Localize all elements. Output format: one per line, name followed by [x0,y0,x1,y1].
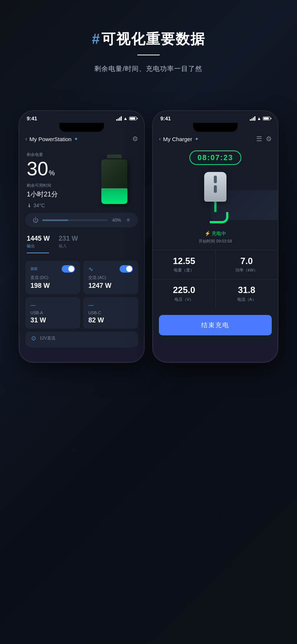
power-section: 1445 W 输出 231 W 输入 [19,229,144,261]
ac-outlet-card: ∿ 交流 (AC) 1247 W [83,261,138,294]
right-battery-status-icon [263,117,270,120]
battery-label: 剩余电量 [27,152,92,157]
battery-3d-body [101,159,127,204]
left-nav-right: ⚙ [132,135,138,143]
wifi-icon: ▲ [123,116,128,121]
left-back-button[interactable]: ‹ [25,136,27,142]
voltage-cell: 225.0 电压（V） [153,279,215,308]
bulb-icon: ☀ [125,217,131,224]
left-phone-screen: 9:41 ▲ [19,111,144,348]
bottom-spacer [0,393,297,467]
output-tab[interactable]: 1445 W 输出 [27,235,50,249]
power-off-icon: ⏻ [33,217,39,224]
cable-straight [214,201,216,212]
outlets-grid: ≡≡ 直流 (DC) 198 W ∿ [19,261,144,332]
charging-sublabel: 开始时间 09:03:58 [153,238,278,244]
battery-info: 剩余电量 30 % 剩余可用时间 1小时21分 🌡 34°C [27,152,92,208]
power-label: 功率（kW） [223,267,271,273]
dc-name: 直流 (DC) [30,275,75,280]
right-nav-right: ☰ ⚙ [256,135,272,143]
input-tab[interactable]: 231 W 输入 [59,235,78,249]
title-divider [137,55,160,55]
ac-name: 交流 (AC) [88,275,133,280]
plug-hole-left [214,176,217,183]
dc-12v-row: ⊙ 12V直流 [25,332,138,348]
power-tabs: 1445 W 输出 231 W 输入 [27,235,137,249]
ac-watt: 1247 W [88,282,133,290]
left-nav-left: ‹ My PowerStation ✦ [25,136,78,142]
battery-pct-symbol: % [49,169,55,177]
battery-3d-top [107,155,122,158]
ac-outlet-header: ∿ [88,265,133,273]
ac-toggle[interactable] [120,265,133,273]
energy-value: 12.55 [160,256,208,266]
right-nav-bar: ‹ My Charger ✦ ☰ ⚙ [153,132,278,146]
usb-a-icon: — [30,302,36,308]
usb-c-watt: 82 W [88,316,133,324]
temp-value: 🌡 34°C [27,202,92,208]
dc-12v-label: 12V直流 [40,335,55,341]
left-nav-bar: ‹ My PowerStation ✦ ⚙ [19,132,144,146]
right-status-bar: 9:41 ▲ [153,111,278,123]
output-value: 1445 W [27,235,50,243]
right-nav-left: ‹ My Charger ✦ [159,136,199,142]
output-label: 输出 [27,243,50,249]
left-bluetooth-icon: ✦ [74,136,78,142]
right-status-icons: ▲ [250,116,270,121]
brightness-track[interactable] [42,219,108,221]
right-phone-screen: 9:41 ▲ [153,111,278,341]
right-bluetooth-icon: ✦ [195,136,199,142]
hash-symbol: # [92,31,99,47]
slider-percent: 40% [111,218,122,223]
battery-status-icon [129,117,137,120]
dc-outlet-card: ≡≡ 直流 (DC) 198 W [25,261,80,294]
dc-toggle-knob [68,266,74,272]
end-charge-button[interactable]: 结束充电 [159,315,272,335]
energy-label: 电量（度） [160,267,208,273]
left-status-icons: ▲ [116,116,137,121]
usb-c-icon-row: — [88,302,133,308]
right-settings-icon[interactable]: ⚙ [266,135,272,143]
time-value: 1小时21分 [27,190,92,199]
right-notch [193,123,238,132]
ac-icon: ∿ [88,266,93,273]
subtitle: 剩余电量/时间、充电功率一目了然 [15,64,282,73]
input-value: 231 W [59,235,78,243]
time-label: 剩余可用时间 [27,183,92,188]
battery-visual [92,152,137,208]
right-file-icon[interactable]: ☰ [256,135,262,143]
current-value: 31.8 [223,285,271,295]
timer-badge: 08:07:23 [189,150,241,165]
charger-visual [153,168,278,227]
usb-a-icon-row: — [30,302,75,308]
main-title: 可视化重要数据 [101,30,205,49]
right-phone-frame: 9:41 ▲ [152,110,278,363]
left-settings-icon[interactable]: ⚙ [132,135,138,143]
left-phone-frame: 9:41 ▲ [19,110,145,363]
usb-a-watt: 31 W [30,316,75,324]
dc-toggle[interactable] [62,265,75,273]
battery-percent-display: 30 % [27,159,92,178]
phones-container: 9:41 ▲ [0,88,297,393]
left-status-bar: 9:41 ▲ [19,111,144,123]
cable-bend [210,212,228,223]
input-label: 输入 [59,243,78,249]
dc-outlet-header: ≡≡ [30,265,75,273]
right-status-time: 9:41 [160,116,171,121]
dc-icon: ≡≡ [30,266,37,272]
usb-c-name: USB-C [88,310,133,315]
right-signal-bars-icon [250,116,255,121]
left-notch [59,123,104,132]
brightness-slider-row[interactable]: ⏻ 40% ☀ [25,213,138,227]
stats-grid: 12.55 电量（度） 7.0 功率（kW） 225.0 电压（V） 31.8 … [153,250,278,308]
dc-watt: 198 W [30,282,75,290]
battery-section: 剩余电量 30 % 剩余可用时间 1小时21分 🌡 34°C [19,146,144,211]
battery-number: 30 [27,159,48,178]
right-nav-title: My Charger [163,136,192,142]
power-cell: 7.0 功率（kW） [216,250,278,279]
usb-c-card: — USB-C 82 W [83,297,138,329]
right-back-button[interactable]: ‹ [159,136,161,142]
signal-bars-icon [116,116,122,121]
charging-label: ⚡ 充电中 [153,230,278,237]
energy-cell: 12.55 电量（度） [153,250,215,279]
